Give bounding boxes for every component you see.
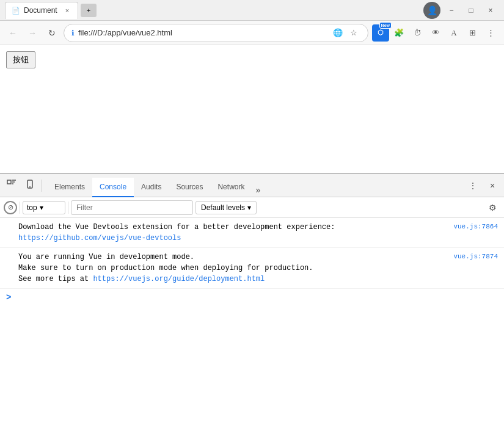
tab-close-button[interactable]: × [63,6,71,15]
source-ref-1[interactable]: vue.js:7864 [453,222,498,232]
clock-icon-btn[interactable]: ⏱ [409,24,426,42]
devtools-tabs: Elements Console Audits Sources Network … [45,174,464,197]
refresh-button[interactable]: ↻ [44,25,60,41]
font-icon: A [451,28,456,38]
devtools-toolbar: Elements Console Audits Sources Network … [0,174,504,197]
toolbar-separator [42,180,42,192]
message-1-text: Download the Vue Devtools extension for … [18,223,335,231]
eye-icon: 👁 [432,28,440,37]
toolbar-icons: ⬡ New 🧩 ⏱ 👁 A ⊞ ⋮ [372,24,499,42]
console-output: Download the Vue Devtools extension for … [0,218,504,433]
devtools-close-button[interactable]: × [483,176,502,195]
close-icon: × [490,181,495,191]
chevron-down-icon: ▾ [40,203,43,212]
tab-title: Document [24,6,59,15]
puzzle-icon: 🧩 [394,28,404,37]
menu-button[interactable]: ⋮ [482,24,499,42]
context-label: top [27,203,37,212]
devtools-more-button[interactable]: ⋮ [464,176,482,195]
devtools-filter-bar: ⊘ top ▾ Default levels ▾ ⚙ [0,197,504,218]
page-content: 按钮 [0,45,504,173]
url-actions: 🌐 ☆ [331,26,360,40]
tab-network[interactable]: Network [210,178,252,197]
minimize-button[interactable]: − [443,2,460,19]
console-prompt: > [0,289,504,306]
console-message-1: Download the Vue Devtools extension for … [0,218,504,248]
device-icon [25,180,35,191]
clear-console-button[interactable]: ⊘ [4,201,17,214]
inspect-icon [7,180,16,191]
source-ref-2[interactable]: vue.js:7874 [453,252,498,262]
new-badge: New [379,22,392,29]
devtools-link[interactable]: https://github.com/vuejs/vue-devtools [18,234,181,242]
forward-button[interactable]: → [24,25,40,41]
devtools-panel: Elements Console Audits Sources Network … [0,173,504,433]
translate-icon[interactable]: 🌐 [331,26,345,40]
deployment-link[interactable]: https://vuejs.org/guide/deployment.html [93,275,265,283]
clock-icon: ⏱ [414,28,422,37]
message-2-text: You are running Vue in development mode.… [18,253,313,283]
forward-icon: → [28,28,37,38]
tab-audits[interactable]: Audits [134,178,169,197]
app-icon-btn[interactable]: ⊞ [464,24,481,42]
svg-rect-0 [7,180,11,184]
filter-input[interactable] [71,200,193,215]
secure-icon: ℹ [71,29,75,37]
tab-elements[interactable]: Elements [47,178,92,197]
maximize-button[interactable]: □ [462,2,480,19]
more-tabs-button[interactable]: » [252,183,264,197]
back-button[interactable]: ← [5,25,21,41]
device-button[interactable] [21,176,39,195]
filter-separator-2 [68,202,68,214]
title-bar: 📄 Document × + 👤 − □ × [0,0,504,21]
page-button[interactable]: 按钮 [6,51,35,68]
back-icon: ← [9,28,17,38]
context-selector[interactable]: top ▾ [23,201,65,214]
address-bar: ← → ↻ ℹ file:///D:/app/vue/vue2.html 🌐 ☆… [0,21,504,45]
url-text: file:///D:/app/vue/vue2.html [78,28,327,37]
tab-page-icon: 📄 [12,7,20,15]
tab-console[interactable]: Console [92,178,134,197]
more-vert-icon: ⋮ [469,181,477,191]
levels-label: Default levels [201,203,245,212]
new-tab-button[interactable]: + [81,4,97,17]
log-levels-button[interactable]: Default levels ▾ [195,201,257,214]
window-controls: 👤 − □ × [423,2,499,19]
url-bar[interactable]: ℹ file:///D:/app/vue/vue2.html 🌐 ☆ [64,24,368,42]
tab-sources[interactable]: Sources [169,178,210,197]
settings-icon: ⚙ [489,203,497,213]
window-close-button[interactable]: × [482,2,499,19]
console-message-2: You are running Vue in development mode.… [0,248,504,289]
chevron-down-icon-2: ▾ [247,203,251,212]
user-avatar[interactable]: 👤 [423,2,440,19]
refresh-icon: ↻ [48,28,56,38]
console-caret: > [6,293,11,302]
star-icon[interactable]: ☆ [347,26,360,40]
eye-icon-btn[interactable]: 👁 [427,24,444,42]
devtools-settings-button[interactable]: ⚙ [484,200,500,216]
menu-icon: ⋮ [487,28,495,37]
app-icon: ⊞ [469,28,476,37]
devtools-right-icons: ⋮ × [464,176,502,195]
user-icon: 👤 [427,5,437,15]
browser-tab[interactable]: 📄 Document × [5,2,78,19]
no-symbol-icon: ⊘ [8,203,13,211]
filter-separator [20,202,20,214]
extension-icon[interactable]: 🧩 [390,24,407,42]
inspect-button[interactable] [2,176,21,195]
extension-new-icon[interactable]: ⬡ New [372,24,389,42]
font-icon-btn[interactable]: A [445,24,462,42]
